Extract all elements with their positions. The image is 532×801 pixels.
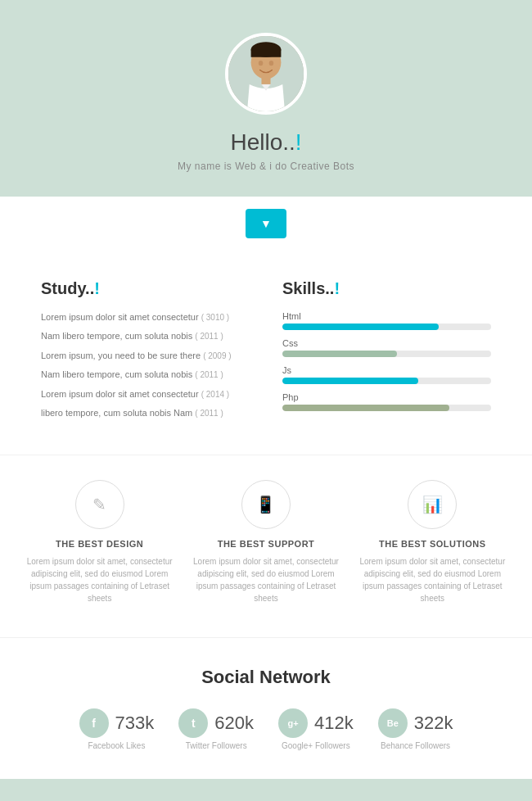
study-year: ( 3010 ) [201,313,229,322]
behance-count: 322k [414,713,453,734]
study-column: Study..! Lorem ipsum dolor sit amet cons… [41,279,250,426]
hero-title-accent: ! [295,129,302,155]
study-text: Lorem ipsum, you need to be sure there [41,351,201,360]
feature-support: 📱 THE BEST SUPPORT Lorem ipsum dolor sit… [191,480,340,604]
social-title: Social Network [25,667,507,688]
study-item: Lorem ipsum dolor sit amet consectetur (… [41,388,250,400]
hero-subtitle: My name is Web & i do Creative Bots [16,161,516,172]
social-facebook: f 733k Facebook Likes [79,708,155,750]
skill-label-php: Php [282,392,491,402]
study-item: Lorem ipsum, you need to be sure there (… [41,350,250,362]
study-items: Lorem ipsum dolor sit amet consectetur (… [41,311,250,419]
solutions-icon-circle: 📊 [408,480,457,529]
design-icon-circle: ✎ [75,480,124,529]
svg-rect-6 [261,77,270,84]
skill-js: Js [282,365,491,384]
hero-section: Hello..! My name is Web & i do Creative … [0,0,532,197]
googleplus-label: Google+ Followers [278,741,354,750]
study-text: Nam libero tempore, cum soluta nobis [41,369,192,379]
social-facebook-row: f 733k [79,708,155,738]
features-section: ✎ THE BEST DESIGN Lorem ipsum dolor sit … [0,455,532,637]
study-text: Lorem ipsum dolor sit amet consectetur [41,312,199,322]
skill-bar-bg-js [282,378,491,384]
skill-label-css: Css [282,338,491,348]
study-year: ( 2011 ) [195,370,223,379]
feature-solutions-title: THE BEST SOLUTIONS [358,539,507,549]
pencil-icon: ✎ [92,495,106,514]
behance-label: Behance Followers [378,741,453,750]
skill-php: Php [282,392,491,411]
svg-point-4 [259,61,264,66]
skill-label-js: Js [282,365,491,375]
study-text: libero tempore, cum soluta nobis Nam [41,408,192,418]
social-googleplus: g+ 412k Google+ Followers [278,708,354,750]
study-item: libero tempore, cum soluta nobis Nam ( 2… [41,407,250,419]
social-twitter-row: t 620k [178,708,254,738]
feature-support-desc: Lorem ipsum dolor sit amet, consectetur … [191,555,340,604]
social-items: f 733k Facebook Likes t 620k Twitter Fol… [25,708,507,750]
avatar [225,33,307,115]
googleplus-count: 412k [314,713,354,734]
skill-bar-fill-js [282,378,418,384]
social-googleplus-row: g+ 412k [278,708,354,738]
study-year: ( 2011 ) [195,409,223,418]
skill-bar-bg-php [282,405,491,411]
skills-column: Skills..! Html Css Js Php [282,279,491,426]
mobile-icon: 📱 [255,495,276,514]
skill-bar-fill-css [282,351,397,357]
hero-title: Hello..! [16,129,516,156]
study-text: Lorem ipsum dolor sit amet consectetur [41,389,199,399]
chart-icon: 📊 [422,495,443,514]
svg-point-5 [269,61,274,66]
skill-bar-bg-css [282,351,491,357]
skill-bar-bg-html [282,324,491,330]
facebook-label: Facebook Likes [79,741,155,750]
social-behance-row: Be 322k [378,708,453,738]
study-year: ( 2009 ) [203,351,231,360]
study-item: Nam libero tempore, cum soluta nobis ( 2… [41,369,250,381]
feature-solutions-desc: Lorem ipsum dolor sit amet, consectetur … [358,555,507,604]
skill-bar-fill-php [282,405,449,411]
facebook-count: 733k [115,713,155,734]
skill-css: Css [282,338,491,357]
social-twitter: t 620k Twitter Followers [178,708,254,750]
avatar-image [228,36,304,111]
skills-title: Skills..! [282,279,491,298]
skill-bar-fill-html [282,324,439,330]
contact-section: Contact Us Send Message [0,779,532,801]
feature-design: ✎ THE BEST DESIGN Lorem ipsum dolor sit … [25,480,174,604]
facebook-icon: f [79,708,109,738]
scroll-down-button[interactable] [246,209,286,238]
study-year: ( 2014 ) [201,390,229,399]
twitter-label: Twitter Followers [178,741,254,750]
skill-html: Html [282,311,491,330]
study-item: Lorem ipsum dolor sit amet consectetur (… [41,311,250,324]
svg-rect-3 [251,50,282,57]
study-text: Nam libero tempore, cum soluta nobis [41,331,192,341]
feature-design-desc: Lorem ipsum dolor sit amet, consectetur … [25,555,174,604]
behance-icon: Be [378,708,408,738]
study-skills-section: Study..! Lorem ipsum dolor sit amet cons… [0,251,532,455]
study-title: Study..! [41,279,250,298]
skill-label-html: Html [282,311,491,321]
social-section: Social Network f 733k Facebook Likes t 6… [0,637,532,779]
arrow-section [0,197,532,251]
feature-design-title: THE BEST DESIGN [25,539,174,549]
support-icon-circle: 📱 [241,480,291,529]
twitter-count: 620k [214,713,254,734]
social-behance: Be 322k Behance Followers [378,708,453,750]
study-item: Nam libero tempore, cum soluta nobis ( 2… [41,330,250,342]
twitter-icon: t [178,708,208,738]
feature-support-title: THE BEST SUPPORT [191,539,340,549]
feature-solutions: 📊 THE BEST SOLUTIONS Lorem ipsum dolor s… [358,480,507,604]
study-year: ( 2011 ) [195,332,223,341]
googleplus-icon: g+ [278,708,308,738]
